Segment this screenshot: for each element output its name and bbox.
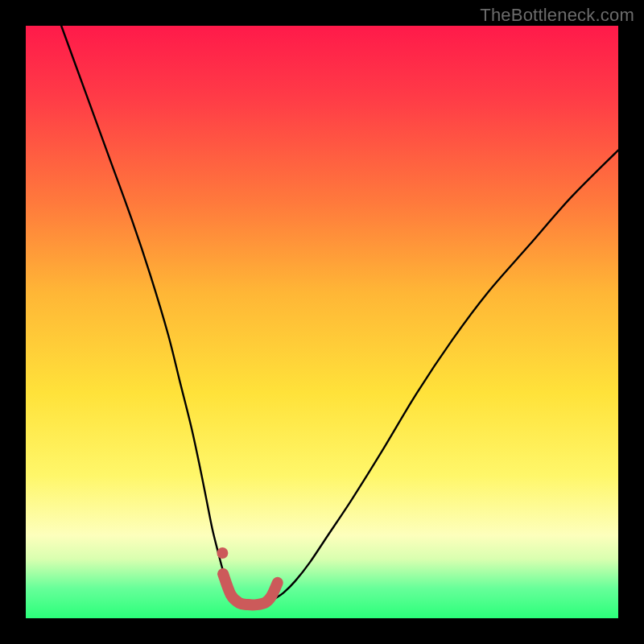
plot-area <box>26 26 618 618</box>
chart-frame: TheBottleneck.com <box>0 0 644 644</box>
curve-layer <box>26 26 618 618</box>
valley-highlight <box>223 574 278 605</box>
watermark-text: TheBottleneck.com <box>480 5 634 26</box>
highlight-dot <box>217 547 228 559</box>
curve-left-branch <box>61 26 235 601</box>
curve-right-branch <box>269 151 618 602</box>
